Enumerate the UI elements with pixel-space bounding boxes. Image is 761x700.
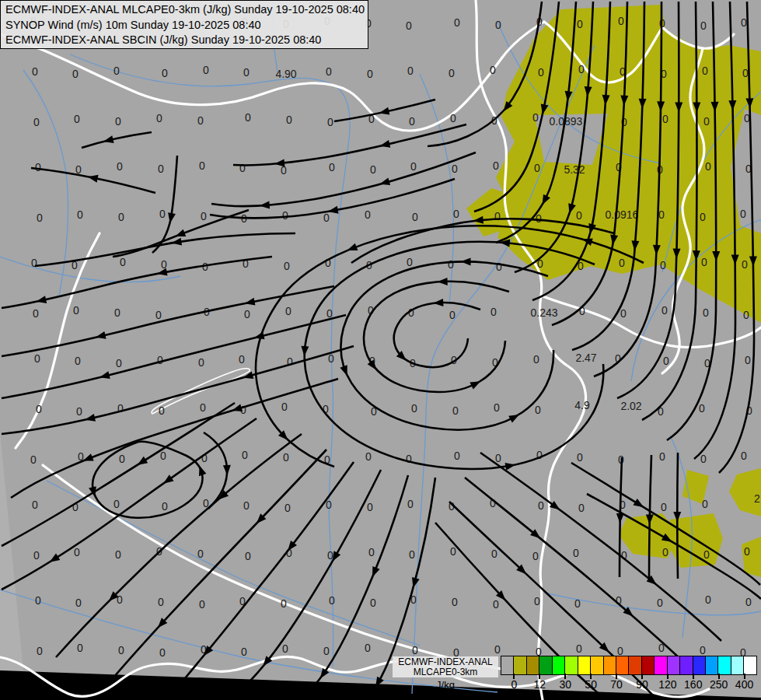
station-value-zero: 0	[117, 160, 123, 173]
station-value-special: 2.02	[620, 400, 641, 412]
station-value-zero: 0	[201, 210, 207, 222]
station-value-zero: 0	[494, 643, 501, 656]
station-value-zero: 0	[197, 548, 204, 560]
station-value-zero: 0	[116, 357, 122, 369]
station-value-zero: 0	[162, 67, 168, 79]
station-value-zero: 0	[453, 208, 459, 220]
station-value-zero: 0	[34, 352, 40, 365]
station-value-zero: 0	[406, 19, 412, 32]
station-value-zero: 0	[700, 211, 706, 223]
station-value-zero: 0	[161, 258, 167, 271]
colorbar-tick	[513, 674, 515, 679]
station-value-zero: 0	[538, 499, 544, 512]
station-value-zero: 0	[407, 65, 414, 77]
station-value-zero: 0	[578, 502, 585, 514]
station-value-zero: 0	[578, 63, 585, 75]
station-value-zero: 0	[449, 309, 456, 321]
station-value-zero: 0	[534, 162, 540, 174]
station-value-zero: 0	[370, 597, 376, 609]
station-value-zero: 0	[33, 116, 40, 128]
station-value-zero: 0	[77, 208, 83, 221]
station-value-zero: 0	[285, 502, 291, 514]
title-line-sbcin: ECMWF-INDEX-ANAL SBCIN (J/kg) Sunday 19-…	[5, 33, 368, 48]
station-value-zero: 0	[75, 355, 81, 367]
station-value-zero: 0	[36, 403, 42, 415]
colorbar-cell	[628, 656, 641, 675]
station-value-zero: 0	[239, 353, 245, 366]
station-value-special: 4.90	[275, 68, 296, 80]
station-value-zero: 0	[33, 549, 40, 562]
station-value-zero: 0	[745, 596, 752, 608]
station-value-zero: 0	[493, 598, 499, 611]
station-value-zero: 0	[118, 644, 124, 656]
station-value-zero: 0	[618, 15, 624, 27]
station-value-zero: 0	[662, 113, 668, 125]
station-value-zero: 0	[703, 306, 709, 319]
station-value-zero: 0	[532, 550, 539, 562]
station-value-zero: 0	[37, 212, 43, 224]
colorbar-tick	[590, 674, 592, 679]
colorbar-cell	[667, 656, 680, 675]
station-value-zero: 0	[245, 550, 251, 562]
station-value-zero: 0	[115, 548, 121, 561]
station-value-zero: 0	[156, 112, 162, 124]
station-value-zero: 0	[239, 162, 246, 174]
station-value-special: 2.47	[575, 352, 596, 364]
station-value-zero: 0	[743, 309, 749, 321]
station-value-zero: 0	[365, 208, 371, 221]
station-value-zero: 0	[490, 306, 497, 318]
station-value-zero: 0	[158, 163, 164, 175]
station-value-zero: 0	[534, 595, 540, 607]
station-value-zero: 0	[329, 594, 335, 607]
colorbar-tick	[744, 674, 745, 679]
station-value-zero: 0	[452, 404, 459, 417]
station-value-zero: 0	[323, 645, 330, 657]
station-value-zero: 0	[494, 210, 501, 222]
station-value-zero: 0	[533, 353, 539, 366]
station-value-zero: 0	[159, 404, 165, 417]
station-value-zero: 0	[703, 548, 710, 561]
station-value-special: 2	[754, 492, 760, 505]
station-value-zero: 0	[72, 68, 79, 80]
station-value-zero: 0	[33, 307, 39, 320]
station-value-zero: 0	[326, 65, 332, 78]
station-value-zero: 0	[409, 548, 415, 561]
station-value-zero: 0	[244, 308, 250, 320]
colorbar-tick	[667, 674, 668, 679]
station-value-zero: 0	[200, 401, 206, 414]
colorbar-cell	[731, 656, 744, 675]
station-value-zero: 0	[243, 66, 250, 79]
station-value-zero: 0	[662, 546, 668, 558]
legend-subtitle: MLCAPE0-3km	[393, 667, 498, 677]
station-value-zero: 0	[155, 309, 162, 321]
station-value-zero: 0	[365, 450, 372, 463]
station-value-zero: 0	[663, 355, 669, 367]
colorbar-cell	[705, 656, 718, 675]
station-value-zero: 0	[74, 546, 80, 558]
station-value-zero: 0	[662, 304, 668, 317]
station-value-zero: 0	[702, 498, 708, 510]
station-value-zero: 0	[448, 258, 454, 271]
station-value-zero: 0	[73, 304, 79, 317]
station-value-zero: 0	[365, 642, 371, 654]
station-value-zero: 0	[573, 547, 579, 559]
station-value-zero: 0	[701, 256, 707, 268]
station-value-zero: 0	[658, 208, 665, 221]
station-value-zero: 0	[74, 113, 80, 125]
station-value-zero: 0	[199, 598, 205, 611]
station-value-zero: 0	[368, 546, 375, 558]
station-value-zero: 0	[113, 498, 120, 510]
station-value-zero: 0	[699, 402, 705, 415]
station-value-zero: 0	[30, 453, 37, 466]
weather-map-canvas: 0000000000000000000000000000000000000000…	[0, 0, 761, 700]
station-value-zero: 0	[496, 261, 502, 273]
station-value-zero: 0	[450, 112, 456, 124]
station-value-zero: 0	[657, 597, 663, 609]
station-value-zero: 0	[410, 160, 417, 173]
station-value-zero: 0	[281, 401, 288, 413]
station-value-zero: 0	[37, 645, 43, 657]
station-value-zero: 0	[490, 64, 496, 76]
colorbar-cell	[578, 656, 591, 675]
colorbar-cell	[539, 656, 552, 675]
station-value-zero: 0	[75, 597, 82, 609]
